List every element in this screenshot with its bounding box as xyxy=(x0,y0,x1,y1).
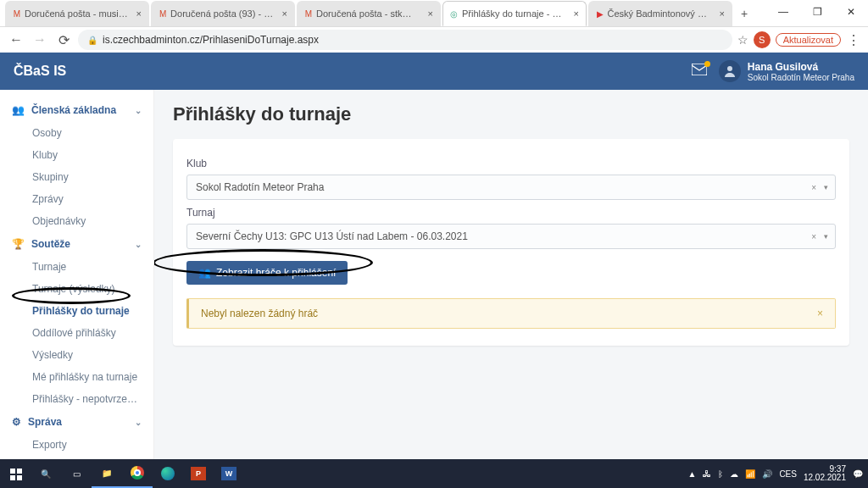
maximize-button[interactable]: ❐ xyxy=(800,0,834,24)
close-icon[interactable]: × xyxy=(817,308,823,319)
close-icon[interactable]: × xyxy=(136,8,142,19)
annotation-ellipse xyxy=(12,287,131,304)
cloud-icon[interactable]: ☁ xyxy=(730,469,738,479)
url-field[interactable]: 🔒 is.czechbadminton.cz/PrihlaseniDoTurna… xyxy=(78,30,732,50)
svg-rect-4 xyxy=(10,475,15,480)
alert-text: Nebyl nalezen žádný hráč xyxy=(201,308,318,319)
notifications-icon[interactable]: 💬 xyxy=(853,469,863,479)
svg-rect-3 xyxy=(17,469,22,474)
update-button[interactable]: Aktualizovat xyxy=(776,33,841,47)
new-tab-button[interactable]: + xyxy=(734,1,754,26)
explorer-button[interactable]: 📁 xyxy=(92,459,122,488)
turnaj-select[interactable]: Severní Čechy U13: GPC U13 Ústí nad Labe… xyxy=(186,224,836,249)
word-button[interactable]: W xyxy=(214,459,244,488)
chevron-down-icon: ⌄ xyxy=(135,418,142,427)
back-button[interactable]: ← xyxy=(7,30,25,49)
notification-dot-icon xyxy=(704,61,710,67)
kebab-menu-icon[interactable]: ⋮ xyxy=(846,32,861,48)
mail-icon[interactable] xyxy=(692,64,707,79)
clear-icon[interactable]: × xyxy=(811,183,816,192)
browser-tab[interactable]: MDoručená pošta - musilova@c× xyxy=(5,1,149,26)
forward-button[interactable]: → xyxy=(31,30,49,49)
edge-button[interactable] xyxy=(153,459,183,488)
taskview-icon: ▭ xyxy=(73,469,81,479)
browser-tab-active[interactable]: ◎Přihlášky do turnaje - ČBaS IS× xyxy=(442,1,587,26)
bluetooth-icon[interactable]: ᛒ xyxy=(718,469,723,479)
profile-avatar[interactable]: S xyxy=(754,31,771,48)
browser-tab[interactable]: MDoručená pošta - stk@czechb× xyxy=(297,1,441,26)
tab-title: Český Badmintonový Svaz — Ú xyxy=(608,8,713,19)
sidebar-group-souteze[interactable]: 🏆 Soutěže ⌄ xyxy=(0,232,153,256)
user-menu[interactable]: Hana Gusilová Sokol Radotín Meteor Praha xyxy=(719,60,854,82)
address-bar: ← → ⟳ 🔒 is.czechbadminton.cz/PrihlaseniD… xyxy=(0,27,868,53)
sidebar-item-zpravy[interactable]: Zprávy xyxy=(0,188,153,210)
sidebar-item-oddilove-prihlasky[interactable]: Oddílové přihlášky xyxy=(0,322,153,344)
chrome-icon xyxy=(131,466,144,480)
close-window-button[interactable]: ✕ xyxy=(834,0,868,24)
sidebar-item-exporty[interactable]: Exporty xyxy=(0,434,153,456)
chevron-down-icon: ▾ xyxy=(824,183,828,191)
wifi-icon[interactable]: 📶 xyxy=(745,469,755,479)
sidebar-item-prihlasky-nepotvrzeni[interactable]: Přihlášky - nepotvrzení ... xyxy=(0,388,153,410)
minimize-button[interactable]: — xyxy=(766,0,800,24)
start-button[interactable] xyxy=(0,459,31,488)
windows-icon xyxy=(10,469,20,479)
volume-icon[interactable]: 🔊 xyxy=(762,469,772,479)
user-avatar-icon xyxy=(719,60,741,82)
sidebar-item-vysledky[interactable]: Výsledky xyxy=(0,344,153,366)
taskbar: 🔍 ▭ 📁 P W ▲ 🖧 ᛒ ☁ 📶 🔊 CES 9:37 12.02.202… xyxy=(0,459,868,488)
sidebar-item-skupiny[interactable]: Skupiny xyxy=(0,166,153,188)
clock[interactable]: 9:37 12.02.2021 xyxy=(804,465,846,483)
close-icon[interactable]: × xyxy=(428,8,433,19)
alert-no-players: Nebyl nalezen žádný hráč × xyxy=(186,298,836,329)
word-icon: W xyxy=(221,467,236,480)
browser-tab[interactable]: MDoručená pošta (93) - hana.m× xyxy=(151,1,295,26)
user-name: Hana Gusilová xyxy=(748,61,854,73)
sidebar-group-label: Soutěže xyxy=(31,238,70,250)
url-text: is.czechbadminton.cz/PrihlaseniDoTurnaje… xyxy=(103,34,319,46)
tray-overflow-icon[interactable]: ▲ xyxy=(687,469,696,479)
globe-icon: ◎ xyxy=(450,8,459,19)
turnaj-label: Turnaj xyxy=(186,207,836,219)
tab-title: Doručená pošta - stk@czechb xyxy=(316,8,421,19)
sidebar-item-objednavky[interactable]: Objednávky xyxy=(0,210,153,232)
gmail-icon: M xyxy=(304,8,313,19)
sidebar-item-turnaje[interactable]: Turnaje xyxy=(0,256,153,278)
language-indicator[interactable]: CES xyxy=(779,469,797,479)
bookmark-icon[interactable]: ☆ xyxy=(737,33,748,47)
browser-tab[interactable]: ▶Český Badmintonový Svaz — Ú× xyxy=(588,1,732,26)
flag-icon: ▶ xyxy=(596,8,604,19)
close-icon[interactable]: × xyxy=(282,8,287,19)
sidebar-group-label: Členská základna xyxy=(31,104,116,116)
annotation-ellipse xyxy=(154,249,373,276)
filter-card: Klub Sokol Radotín Meteor Praha × ▾ Turn… xyxy=(173,139,849,346)
app-header: ČBaS IS Hana Gusilová Sokol Radotín Mete… xyxy=(0,53,868,90)
search-button[interactable]: 🔍 xyxy=(31,459,61,488)
date: 12.02.2021 xyxy=(804,474,846,483)
app-root: ČBaS IS Hana Gusilová Sokol Radotín Mete… xyxy=(0,53,868,459)
chevron-down-icon: ▾ xyxy=(824,232,828,241)
chrome-button[interactable] xyxy=(122,459,153,488)
close-icon[interactable]: × xyxy=(574,8,579,19)
sidebar-group-members[interactable]: 👥 Členská základna ⌄ xyxy=(0,98,153,122)
people-icon: 👥 xyxy=(12,104,25,116)
sidebar-item-osoby[interactable]: Osoby xyxy=(0,122,153,144)
reload-button[interactable]: ⟳ xyxy=(54,30,73,49)
sidebar-item-me-prihlasky[interactable]: Mé přihlášky na turnaje xyxy=(0,366,153,388)
main-content: Přihlášky do turnaje Klub Sokol Radotín … xyxy=(154,90,868,459)
tab-title: Přihlášky do turnaje - ČBaS IS xyxy=(462,8,567,19)
sidebar-group-label: Správa xyxy=(28,416,62,428)
system-tray: ▲ 🖧 ᛒ ☁ 📶 🔊 CES 9:37 12.02.2021 💬 xyxy=(687,465,868,483)
powerpoint-button[interactable]: P xyxy=(183,459,214,488)
close-icon[interactable]: × xyxy=(720,8,725,19)
clear-icon[interactable]: × xyxy=(811,232,816,241)
sidebar-group-sprava[interactable]: ⚙ Správa ⌄ xyxy=(0,410,153,434)
task-view-button[interactable]: ▭ xyxy=(61,459,92,488)
lock-icon: 🔒 xyxy=(87,36,97,45)
gmail-icon: M xyxy=(159,8,167,19)
klub-select[interactable]: Sokol Radotín Meteor Praha × ▾ xyxy=(186,175,836,200)
network-icon[interactable]: 🖧 xyxy=(703,469,711,479)
sidebar-item-kluby[interactable]: Kluby xyxy=(0,144,153,166)
klub-value: Sokol Radotín Meteor Praha xyxy=(196,181,324,193)
window-controls: — ❐ ✕ xyxy=(766,0,868,24)
